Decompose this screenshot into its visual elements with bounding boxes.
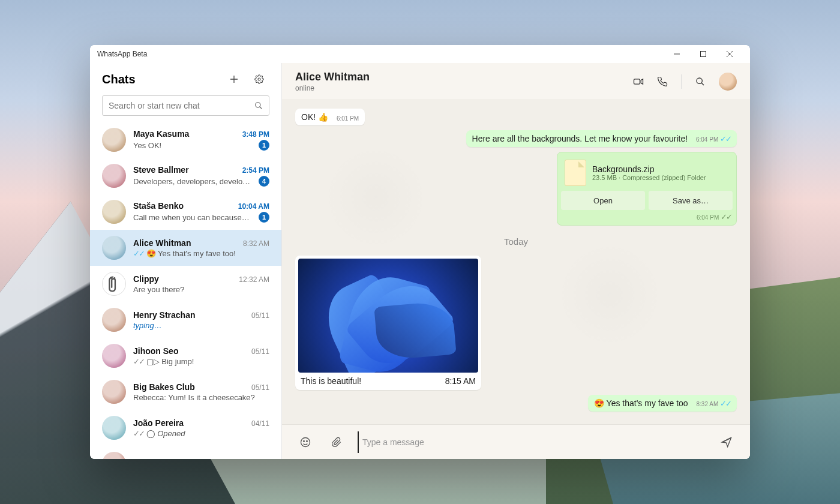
chat-preview: typing… — [133, 321, 269, 330]
chat-list: Maya Kasuma3:48 PMYes OK!1Steve Ballmer2… — [90, 122, 281, 459]
svg-point-16 — [304, 440, 305, 442]
chat-list-item[interactable]: João Pereira04/11✓✓ ◯ Opened — [90, 410, 281, 446]
chat-preview: Developers, developers, develo… — [133, 177, 255, 186]
app-title: WhatsApp Beta — [97, 50, 147, 58]
messages-area: OK! 👍 6:01 PM Here are all the backgroun… — [282, 100, 750, 424]
chat-time: 12:32 AM — [239, 275, 269, 284]
image-message[interactable]: This is beautiful! 8:15 AM — [295, 256, 481, 390]
chat-list-item[interactable]: Marty Yates04/11 — [90, 446, 281, 459]
message-input[interactable] — [358, 431, 706, 453]
chat-name: Big Bakes Club — [133, 382, 247, 392]
sent-ticks-icon: ✓✓ — [133, 357, 144, 366]
chat-list-item[interactable]: Steve Ballmer2:54 PMDevelopers, develope… — [90, 158, 281, 194]
unread-badge: 1 — [259, 212, 269, 223]
unread-badge: 1 — [259, 140, 269, 151]
attachment-card[interactable]: Backgrounds.zip 23.5 MB · Compressed (zi… — [557, 152, 737, 226]
avatar — [102, 416, 126, 440]
svg-point-9 — [110, 277, 112, 279]
settings-button[interactable] — [249, 69, 269, 89]
message-out[interactable]: Here are all the backgrounds. Let me kno… — [466, 130, 737, 147]
sent-ticks-icon: ✓✓ — [133, 429, 144, 438]
svg-point-6 — [258, 78, 260, 80]
message-composer — [282, 424, 750, 459]
chat-list-item[interactable]: Staša Benko10:04 AMCall me when you can … — [90, 194, 281, 230]
conversation-pane: Alice Whitman online OK! 👍 6:01 PM — [282, 63, 750, 459]
maximize-button[interactable] — [690, 45, 716, 63]
message-text: 😍 Yes that's my fave too — [594, 398, 688, 408]
chat-list-item[interactable]: Henry Strachan05/11typing… — [90, 302, 281, 338]
divider — [681, 74, 682, 89]
svg-point-15 — [301, 437, 310, 446]
message-time: 6:04 PM ✓✓ — [696, 136, 731, 143]
chat-name: Clippy — [133, 274, 234, 284]
svg-marker-19 — [722, 437, 731, 446]
avatar — [102, 128, 126, 152]
chat-name: Marty Yates — [133, 458, 247, 459]
chat-time: 8:32 AM — [243, 239, 269, 248]
avatar — [102, 344, 126, 368]
svg-rect-1 — [701, 52, 706, 57]
sidebar: Chats Maya Kasuma3:48 PMYes OK!1Steve Ba… — [90, 63, 282, 459]
video-icon: ▢▷ — [146, 357, 160, 366]
message-time: 8:15 AM — [445, 376, 476, 386]
close-button[interactable] — [716, 45, 743, 63]
message-text: Here are all the backgrounds. Let me kno… — [472, 134, 688, 143]
search-in-chat-button[interactable] — [690, 71, 710, 92]
chat-preview: Are you there? — [133, 285, 269, 294]
chat-preview: Call me when you can because… — [133, 213, 255, 222]
svg-line-8 — [260, 107, 262, 109]
emoji-button[interactable] — [295, 432, 316, 452]
video-call-button[interactable] — [628, 71, 649, 92]
message-in[interactable]: OK! 👍 6:01 PM — [295, 109, 365, 125]
message-image[interactable] — [298, 259, 478, 373]
avatar — [102, 452, 126, 459]
chat-time: 3:48 PM — [242, 130, 269, 139]
conversation-header: Alice Whitman online — [282, 63, 750, 100]
avatar — [102, 236, 126, 260]
search-input[interactable] — [109, 101, 250, 110]
chat-preview: Rebecca: Yum! Is it a cheesecake? — [133, 393, 269, 402]
opened-icon: ◯ — [146, 429, 155, 438]
attachment-meta: 23.5 MB · Compressed (zipped) Folder — [592, 174, 706, 181]
chat-name: Maya Kasuma — [133, 129, 238, 139]
attachment-saveas-button[interactable]: Save as… — [649, 191, 733, 210]
svg-marker-12 — [641, 79, 643, 83]
minimize-button[interactable] — [664, 45, 690, 63]
chat-list-item[interactable]: Big Bakes Club05/11Rebecca: Yum! Is it a… — [90, 374, 281, 410]
read-ticks-icon: ✓✓ — [133, 249, 144, 258]
profile-avatar[interactable] — [719, 73, 737, 91]
message-time: 8:32 AM ✓✓ — [697, 401, 731, 407]
chat-name: Staša Benko — [133, 201, 233, 211]
chat-name: Steve Ballmer — [133, 165, 238, 175]
chat-time: 04/11 — [251, 419, 269, 428]
file-icon — [565, 160, 586, 186]
attachment-time: 6:04 PM ✓✓ — [561, 212, 733, 221]
chat-list-item[interactable]: Jihoon Seo05/11✓✓ ▢▷ Big jump! — [90, 338, 281, 374]
voice-call-button[interactable] — [652, 71, 673, 92]
message-out[interactable]: 😍 Yes that's my fave too 8:32 AM ✓✓ — [588, 395, 737, 412]
message-time: 6:01 PM — [337, 115, 359, 122]
attach-button[interactable] — [326, 432, 347, 452]
svg-point-10 — [114, 277, 116, 279]
chat-list-item[interactable]: Alice Whitman8:32 AM✓✓ 😍 Yes that's my f… — [90, 230, 281, 266]
day-separator: Today — [295, 236, 737, 247]
unread-badge: 4 — [259, 176, 269, 187]
chat-preview: ✓✓ ▢▷ Big jump! — [133, 357, 269, 366]
sidebar-title: Chats — [102, 73, 219, 86]
contact-status: online — [295, 84, 370, 92]
contact-name[interactable]: Alice Whitman — [295, 71, 370, 83]
chat-preview: ✓✓ 😍 Yes that's my fave too! — [133, 249, 269, 258]
svg-rect-11 — [634, 79, 640, 83]
titlebar: WhatsApp Beta — [90, 45, 750, 63]
search-box[interactable] — [102, 95, 269, 116]
chat-time: 05/11 — [251, 383, 269, 392]
svg-line-14 — [701, 83, 704, 85]
avatar — [102, 200, 126, 224]
chat-list-item[interactable]: Clippy12:32 AMAre you there? — [90, 266, 281, 302]
chat-list-item[interactable]: Maya Kasuma3:48 PMYes OK!1 — [90, 122, 281, 158]
avatar — [102, 308, 126, 332]
new-chat-button[interactable] — [224, 69, 244, 89]
send-button[interactable] — [716, 432, 737, 452]
avatar — [102, 272, 126, 296]
attachment-open-button[interactable]: Open — [561, 191, 645, 210]
